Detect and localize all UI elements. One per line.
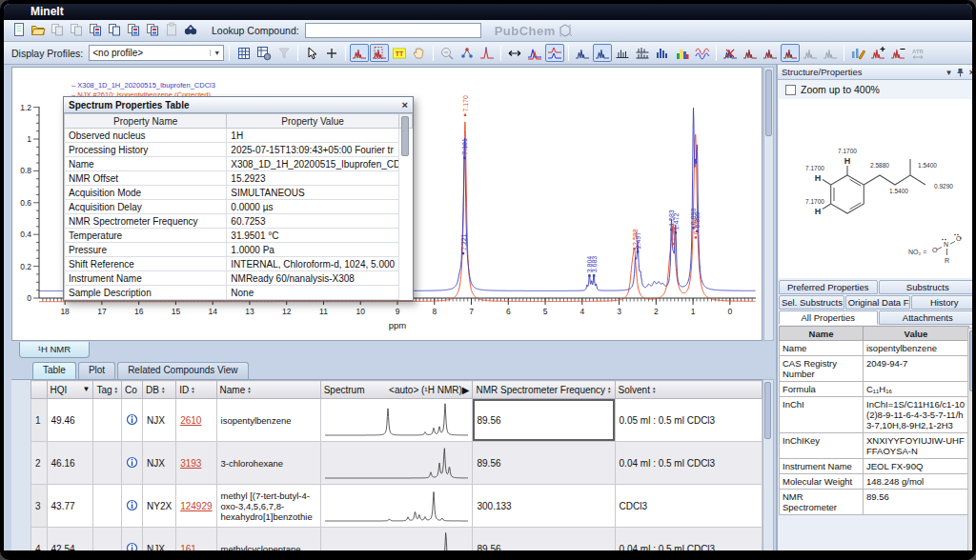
spectrum-document-tab[interactable]: ¹H NMR [19,342,90,358]
id-link-cell[interactable]: 2610 [176,399,216,442]
results-vertical-scrollbar[interactable] [762,379,774,560]
copy-structure-icon[interactable] [143,20,162,38]
spectrum-thumbnail-cell[interactable] [320,399,473,442]
panel-menu-icon[interactable]: ▾ [946,68,951,77]
stack-spectra-icon[interactable] [545,44,564,62]
tab-related-compounds-view[interactable]: Related Compounds View [117,362,248,379]
property-row[interactable]: Instrument NameJEOL FX-90Q [780,459,969,474]
comment-cell[interactable] [122,399,143,442]
popup-property-row[interactable]: Processing History2025-07-15T13:09:43+05… [65,143,413,157]
tab-history[interactable]: History [911,295,976,310]
pan-tool-icon[interactable] [410,44,429,62]
id-link-cell[interactable]: 3193 [176,442,216,485]
copy-with-properties-icon[interactable] [124,20,143,38]
peak-display-icon[interactable] [350,44,369,62]
sort-icon[interactable]: ▲▼ [652,387,656,394]
property-row[interactable]: CAS Registry Number2049-94-7 [780,356,969,382]
info-icon[interactable] [126,456,138,469]
spectrum-view-icon[interactable] [573,44,592,62]
tab-all-properties[interactable]: All Properties [779,310,878,325]
frequency-cell[interactable]: 89.56 [473,528,615,560]
popup-property-row[interactable]: NameX308_1D_1H_20200515_Ibuprofen_CD [65,157,413,171]
popup-property-row[interactable]: Pressure1.0000 Pa [65,243,413,257]
info-icon[interactable] [126,499,138,511]
column-header-db[interactable]: DB▲▼ [143,381,176,399]
filter-icon[interactable]: ▼ [83,385,91,393]
table-row[interactable]: 246.16NJX31933-chlorohexane89.560.04 ml … [31,442,762,485]
spectrum-tool-3-icon[interactable] [781,44,800,62]
properties-col-value[interactable]: Value [864,327,969,341]
info-icon[interactable] [126,413,138,426]
structure-viewer[interactable]: H H H 7.1700 7.1700 7.1700 2.5880 1.5400… [779,99,976,278]
table-row[interactable]: 343.77NY2X124929methyl [(7-tert-butyl-4-… [31,485,762,528]
popup-property-row[interactable]: Observed nucleus1H [65,129,413,143]
scrollbar-thumb[interactable] [765,70,772,136]
properties-col-name[interactable]: Name [780,327,864,341]
expand-horizontal-icon[interactable] [505,44,524,62]
close-icon[interactable]: × [969,68,974,77]
property-row[interactable]: InChIKeyXNXIYYFOYIUJIW-UHFFFAOYSA-N [780,433,969,459]
sort-icon[interactable]: ▲▼ [114,387,118,394]
comment-cell[interactable] [122,485,143,528]
info-icon[interactable] [126,542,138,554]
properties-horizontal-scrollbar[interactable] [782,552,968,560]
overlay-spectra-icon[interactable] [525,44,544,62]
popup-property-row[interactable]: Acquisition Delay0.0000 µs [65,200,413,214]
scrollbar-thumb[interactable] [969,330,976,391]
remove-peak-icon[interactable] [888,44,907,62]
tab-attachments[interactable]: Attachments [879,310,976,325]
region-display-icon[interactable] [370,44,389,62]
select-tool-icon[interactable] [302,44,321,62]
annotate-chart-icon[interactable] [848,44,867,62]
spectrum-thumbnail-cell[interactable] [320,528,473,560]
column-header-freq[interactable]: NMR Spectrometer Frequency▲▼ [473,381,615,399]
color-map-view-icon[interactable] [673,44,692,62]
hide-peaks-icon[interactable] [721,44,740,62]
zoom-checkbox[interactable] [785,85,796,95]
table-view-icon[interactable] [234,44,254,62]
tab-plot[interactable]: Plot [78,362,115,379]
popup-col-property-value[interactable]: Property Value [227,114,398,129]
column-header-co[interactable]: Co [122,381,143,399]
crosshair-tool-icon[interactable] [322,44,341,62]
frequency-cell[interactable]: 300.133 [473,485,615,528]
tab-sel-substructs[interactable]: Sel. Substructs [779,295,844,310]
popup-property-row[interactable]: Shift ReferenceINTERNAL, Chloroform-d, 1… [65,257,413,271]
tab-preferred-properties[interactable]: Preferred Properties [779,280,878,294]
spectrum-thumbnail-cell[interactable] [320,485,473,528]
expand-right-icon[interactable]: ▶ [462,385,470,395]
display-profile-select[interactable]: <no profile> ▼ [89,45,224,61]
close-icon[interactable]: × [402,99,408,110]
property-row[interactable]: Nameisopentylbenzene [780,341,969,356]
copy-special-icon[interactable] [86,20,105,38]
popup-property-row[interactable]: Acquisition ModeSIMULTANEOUS [65,186,413,200]
open-file-icon[interactable] [29,20,48,38]
find-icon[interactable] [181,20,200,38]
properties-vertical-scrollbar[interactable] [967,328,976,552]
sort-icon[interactable]: ▲▼ [607,387,611,394]
table-row[interactable]: 149.46NJX2610isopentylbenzene89.560.05 m… [31,399,762,442]
bar-view-icon[interactable] [653,44,672,62]
id-link-cell[interactable]: 124929 [176,485,216,528]
panel-header[interactable]: Structure/Properties ▾ × [778,65,976,80]
copy-icon[interactable] [105,20,124,38]
tick-view-double-icon[interactable] [633,44,652,62]
column-header-tag[interactable]: Tag▲▼ [93,381,122,399]
table-settings-icon[interactable] [254,44,274,62]
scrollbar-thumb[interactable] [784,554,927,558]
pubchem-button[interactable]: PubChem [495,24,572,38]
lookup-compound-input[interactable] [305,23,481,38]
spectrum-vertical-scrollbar[interactable] [763,67,774,341]
tick-view-icon[interactable] [613,44,632,62]
popup-property-row[interactable]: Sample DescriptionNone [65,286,413,300]
column-header-hqi[interactable]: HQI▼ [47,381,93,399]
popup-property-row[interactable]: Instrument NameNMReady 60/nanalysis-X308 [65,271,413,286]
column-header-id[interactable]: ID▲▼ [176,381,216,399]
frequency-cell[interactable]: 89.56 [473,399,615,442]
sort-icon[interactable]: ▲▼ [247,387,251,394]
peak-picking-icon[interactable] [478,44,497,62]
property-row[interactable]: FormulaC₁₁H₁₆ [780,382,969,397]
popup-property-row[interactable]: NMR Spectrometer Frequency60.7253 [65,214,413,229]
highlight-regions-icon[interactable]: TT [390,44,409,62]
frequency-cell[interactable]: 89.56 [473,442,615,485]
